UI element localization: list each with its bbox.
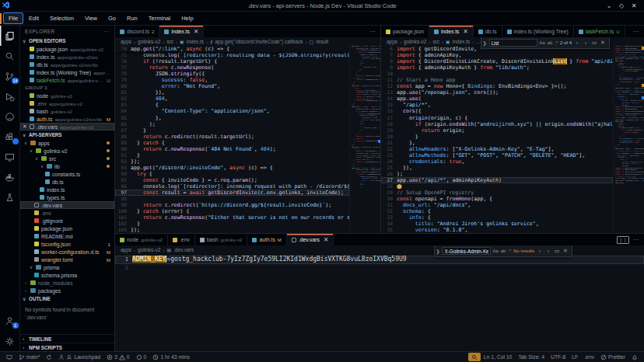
docker-icon[interactable] xyxy=(0,167,20,187)
tree-item-packages[interactable]: ›packages xyxy=(20,287,114,294)
tab-index.ts (Working Tree)[interactable]: index.ts (Working Tree) xyxy=(502,26,574,37)
open-editor-package.json[interactable]: package.jsonapps/golinks-v2 xyxy=(20,45,114,53)
tab-db.ts[interactable]: db.ts xyxy=(474,26,502,37)
find-next-icon[interactable]: › xyxy=(545,249,551,254)
tree-item-golinks-v2[interactable]: ∨golinks-v2 xyxy=(20,147,114,155)
tree-item-package.json[interactable]: package.json xyxy=(20,225,114,232)
tree-item-.gitignore[interactable]: .gitignore xyxy=(20,217,114,225)
tab-index.ts[interactable]: index.ts✕ xyxy=(429,26,474,37)
close-icon[interactable]: ✕ xyxy=(464,28,468,35)
source-control-icon[interactable]: 14 xyxy=(0,66,20,86)
more-actions-icon[interactable]: ··· xyxy=(633,236,639,243)
tree-item-index.ts[interactable]: index.ts xyxy=(20,186,114,193)
status-eol[interactable]: LF xyxy=(569,354,581,360)
find-in-selection-icon[interactable]: ▭ xyxy=(554,248,560,254)
open-editor-.env[interactable]: .envapps/golinks-v2 xyxy=(20,99,114,107)
menu-selection[interactable]: Selection xyxy=(44,12,79,24)
close-icon[interactable]: ✕ xyxy=(562,248,569,254)
close-icon[interactable]: ✕ xyxy=(194,28,198,35)
menu-edit[interactable]: Edit xyxy=(23,12,44,24)
run-debug-icon[interactable] xyxy=(0,86,20,106)
status-tab-size[interactable]: Tab Size: 4 xyxy=(515,354,548,360)
tab-node[interactable]: nodegolinks-v2 xyxy=(115,234,168,245)
tree-item-.env[interactable]: .env xyxy=(20,209,114,217)
code-editor[interactable]: 70app.get("/:link", async (c) => {75 con… xyxy=(115,46,349,233)
tree-item-src[interactable]: ∨src xyxy=(20,155,114,162)
more-actions-icon[interactable]: ··· xyxy=(633,28,639,35)
minimap[interactable]: import { getDiscordInvite,import { admin… xyxy=(613,46,644,233)
find-next-icon[interactable]: › xyxy=(583,40,589,46)
close-icon[interactable]: ✕ xyxy=(600,40,606,46)
tree-item-constants.ts[interactable]: constants.ts xyxy=(20,170,114,178)
tab-package.json[interactable]: package.json xyxy=(381,26,429,37)
find-expand-icon[interactable]: ❯ xyxy=(483,40,487,46)
tree-item-prisma[interactable]: ∨prisma xyxy=(20,263,114,271)
open-editor-index.ts[interactable]: index.tsapps/golinks-v2/src xyxy=(20,53,114,61)
open-editor-bash[interactable]: bashgolinks-v2 xyxy=(20,107,114,115)
tree-item-tsconfig.json[interactable]: tsconfig.json1 xyxy=(20,240,114,248)
tree-item-node_modules[interactable]: ›node_modules xyxy=(20,279,114,287)
minimap[interactable]: app.get("/:link", async (c) => { console… xyxy=(349,46,380,233)
open-editor-.dev.vars[interactable]: ✕.dev.varsapps/golinks-v2 xyxy=(20,123,114,131)
window-minimize-button[interactable]: ⌄ xyxy=(604,2,614,9)
status-encoding[interactable]: UTF-8 xyxy=(548,354,569,360)
timeline-section-header[interactable]: › TIMELINE xyxy=(20,334,114,343)
lightbulb-icon[interactable]: ⬤ xyxy=(397,183,402,189)
tree-item-db.ts[interactable]: db.ts xyxy=(20,178,114,186)
tab-discord.ts[interactable]: discord.ts2 xyxy=(115,26,159,37)
workspace-section-header[interactable]: ∨API-SERVERS xyxy=(20,131,114,139)
find-in-selection-icon[interactable]: ▭ xyxy=(591,40,597,46)
menu-run[interactable]: Run xyxy=(121,12,143,24)
open-editor-taskFetch.ts[interactable]: taskFetch.tsapps/golinks-v2/src/e...U xyxy=(20,76,114,84)
outline-section-header[interactable]: ∨ OUTLINE xyxy=(20,294,114,303)
breadcrumb[interactable]: apps›golinks-v2›src›▣index.ts›ƒapp.get("… xyxy=(115,37,380,46)
window-maximize-button[interactable]: ◇ xyxy=(617,2,626,9)
open-editor-node[interactable]: nodegolinks-v2 xyxy=(20,92,114,99)
code-editor[interactable]: 6import { getDiscordInvite,7import { adm… xyxy=(381,46,613,233)
status-cursor-position[interactable]: Ln 1, Col 10 xyxy=(481,354,516,360)
status-prettier[interactable]: Prettier xyxy=(597,354,628,360)
tab-bash[interactable]: bashgolinks-v2 xyxy=(195,234,248,245)
tree-item-apps[interactable]: ∨apps xyxy=(20,139,114,147)
extensions-icon[interactable] xyxy=(0,127,20,147)
status-ports[interactable]: 0 xyxy=(133,354,150,360)
tab-.dev.vars[interactable]: .dev.vars✕ xyxy=(287,234,334,245)
more-actions-icon[interactable]: ··· xyxy=(369,28,376,35)
status-problems[interactable]: 30 xyxy=(103,354,133,360)
open-editor-index.ts (Working Tree)[interactable]: index.ts (Working Tree)apps/golinks-v... xyxy=(20,68,114,76)
tab-.env[interactable]: .env xyxy=(168,234,195,245)
status-git-branch[interactable]: main* xyxy=(16,354,43,360)
testing-icon[interactable] xyxy=(0,187,20,207)
search-icon[interactable] xyxy=(0,46,20,66)
tree-item-schema.prisma[interactable]: schema.prisma xyxy=(20,271,114,279)
tab-taskFetch.ts[interactable]: taskFetch.tsU xyxy=(574,26,625,37)
whole-word-icon[interactable]: ab xyxy=(501,249,506,253)
status-sync-status[interactable] xyxy=(43,354,55,360)
tree-item-lib[interactable]: ∨lib xyxy=(20,162,114,170)
whole-word-icon[interactable]: ab xyxy=(548,40,552,45)
tab-auth.ts[interactable]: auth.tsM xyxy=(247,234,286,245)
match-case-icon[interactable]: Aa xyxy=(540,40,545,45)
menu-terminal[interactable]: Terminal xyxy=(143,12,176,24)
tree-item-worker-configuration.d.ts[interactable]: worker-configuration.d.tsM xyxy=(20,248,114,256)
remote-explorer-icon[interactable] xyxy=(0,147,20,167)
explorer-icon[interactable] xyxy=(0,26,20,46)
match-case-icon[interactable]: Aa xyxy=(493,249,499,253)
tree-item-types.ts[interactable]: types.ts xyxy=(20,193,114,201)
npm-scripts-section-header[interactable]: › NPM SCRIPTS xyxy=(20,343,114,351)
accounts-icon[interactable]: 1 xyxy=(0,311,20,331)
open-editor-auth.ts[interactable]: auth.tsapps/golinks-v2/src/libM xyxy=(20,115,114,123)
close-icon[interactable]: ✕ xyxy=(324,236,328,243)
menu-view[interactable]: View xyxy=(79,12,103,24)
split-editor-icon[interactable]: ❘❘ xyxy=(617,236,629,244)
find-previous-icon[interactable]: ‹ xyxy=(574,40,580,46)
tree-item-README.md[interactable]: README.md xyxy=(20,232,114,240)
find-input[interactable] xyxy=(443,247,491,255)
status-remote-indicator[interactable] xyxy=(3,354,16,360)
open-editor-db.ts[interactable]: db.tsapps/golinks-v2/src/lib xyxy=(20,61,114,68)
status-language-mode[interactable]: .env xyxy=(581,354,597,360)
status-notifications-bell[interactable] xyxy=(628,354,641,360)
regex-icon[interactable]: .* xyxy=(555,40,558,45)
find-input[interactable] xyxy=(489,39,537,47)
tree-item-.dev.vars[interactable]: .dev.vars xyxy=(20,201,114,209)
